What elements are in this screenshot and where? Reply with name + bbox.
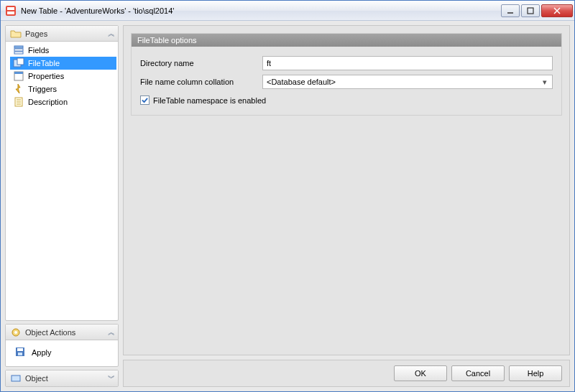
filetable-icon [13,57,24,69]
namespace-checkbox[interactable] [140,95,150,105]
sidebar-item-label: FileTable [28,59,60,67]
window-controls [501,4,573,17]
content-area: FileTable options Directory name File na… [123,25,570,387]
description-icon [13,96,24,108]
svg-rect-4 [528,8,533,14]
object-actions-header[interactable]: Object Actions ︽ [6,325,118,340]
ok-button[interactable]: OK [394,365,447,381]
svg-marker-14 [16,84,20,93]
svg-rect-23 [18,353,22,355]
directory-name-label: Directory name [140,59,262,67]
titlebar[interactable]: New Table - 'AdventureWorks' - 'tio\sql2… [1,1,574,21]
app-window: New Table - 'AdventureWorks' - 'tio\sql2… [0,0,575,392]
collapse-icon: ︽ [108,29,114,39]
gear-icon [10,327,22,338]
apply-action[interactable]: Apply [12,346,112,359]
sidebar-item-label: Description [28,98,68,106]
svg-rect-2 [7,11,14,14]
expand-icon: ︾ [108,373,114,383]
object-panel: Object ︾ [5,370,119,387]
minimize-button[interactable] [501,4,520,17]
directory-name-input[interactable] [262,56,553,70]
namespace-checkbox-label: FileTable namespace is enabled [153,96,266,105]
object-panel-header[interactable]: Object ︾ [6,370,118,386]
svg-rect-7 [14,46,23,48]
app-icon [5,5,17,17]
triggers-icon [13,83,24,95]
pages-panel-header[interactable]: Pages ︽ [6,26,118,42]
cancel-button[interactable]: Cancel [451,365,505,381]
sidebar: Pages ︽ Fields FileTable Properties [5,25,119,387]
object-icon [10,373,22,384]
object-actions-panel: Object Actions ︽ Apply [5,324,119,367]
directory-name-row: Directory name [140,54,553,73]
object-panel-title: Object [25,374,108,383]
apply-label: Apply [32,348,52,357]
namespace-row: FileTable namespace is enabled [140,95,553,105]
svg-rect-11 [17,58,24,65]
svg-rect-9 [14,52,23,54]
button-bar: OK Cancel Help [123,360,570,387]
collation-label: File name column collation [140,78,262,86]
pages-panel-title: Pages [25,29,108,38]
main-panel: FileTable options Directory name File na… [123,25,570,355]
window-title: New Table - 'AdventureWorks' - 'tio\sql2… [21,6,501,15]
help-button[interactable]: Help [509,365,562,381]
svg-rect-13 [14,72,23,74]
collation-value: <Database default> [267,78,540,86]
properties-icon [13,70,24,82]
svg-rect-24 [12,375,20,381]
pages-panel: Pages ︽ Fields FileTable Properties [5,25,119,321]
sidebar-item-label: Fields [28,46,49,55]
svg-rect-22 [17,348,23,351]
maximize-button[interactable] [521,4,540,17]
pages-tree: Fields FileTable Properties Triggers [6,42,118,111]
svg-point-20 [14,331,17,334]
section-title: FileTable options [132,34,561,47]
close-button[interactable] [541,4,573,17]
sidebar-item-triggers[interactable]: Triggers [10,83,116,95]
collation-combo[interactable]: <Database default> ▾ [262,75,553,89]
svg-rect-8 [14,49,23,51]
folder-icon [10,28,22,39]
svg-rect-1 [7,7,14,10]
sidebar-item-filetable[interactable]: FileTable [10,57,116,70]
sidebar-item-label: Triggers [28,85,57,93]
collapse-icon: ︽ [108,327,114,337]
filetable-options-section: FileTable options Directory name File na… [131,33,562,116]
collation-row: File name column collation <Database def… [140,73,553,91]
fields-icon [13,45,24,56]
client-area: Pages ︽ Fields FileTable Properties [1,21,574,391]
save-icon [14,346,26,359]
sidebar-item-fields[interactable]: Fields [10,44,116,57]
sidebar-item-properties[interactable]: Properties [10,70,116,83]
sidebar-item-description[interactable]: Description [10,95,116,108]
sidebar-item-label: Properties [28,72,64,80]
chevron-down-icon: ▾ [540,78,550,87]
object-actions-title: Object Actions [25,328,108,337]
